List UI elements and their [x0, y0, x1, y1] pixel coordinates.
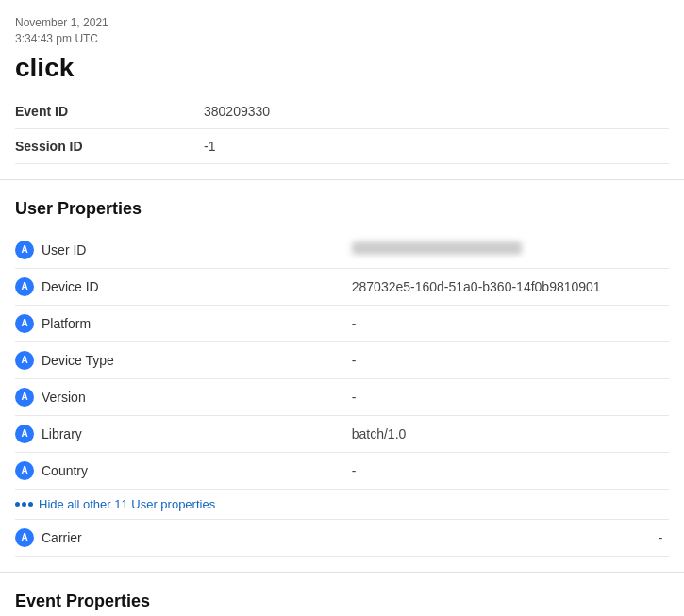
- user-properties-title: User Properties: [15, 199, 669, 219]
- amplitude-icon: A: [15, 528, 34, 547]
- extra-user-properties-table: A Carrier -: [15, 520, 669, 557]
- event-id-row: Event ID 380209330: [15, 94, 669, 129]
- user-id-blurred-value: [352, 241, 522, 255]
- header-section: November 1, 2021 3:34:43 pm UTC click Ev…: [0, 0, 684, 180]
- amplitude-letter: A: [21, 318, 27, 328]
- table-row: A Carrier -: [15, 520, 669, 557]
- table-row: A User ID: [15, 232, 669, 269]
- amplitude-icon: A: [15, 388, 34, 407]
- platform-label: A Platform: [15, 314, 279, 333]
- amplitude-letter: A: [21, 428, 27, 439]
- event-id-label: Event ID: [15, 94, 204, 129]
- session-id-row: Session ID -1: [15, 128, 669, 163]
- event-properties-title: Event Properties: [15, 591, 669, 611]
- amplitude-icon: A: [15, 277, 34, 296]
- library-label: A Library: [15, 425, 279, 443]
- dot: [15, 502, 20, 507]
- device-id-label: A Device ID: [15, 277, 279, 296]
- event-id-value: 380209330: [204, 94, 669, 129]
- event-info-table: Event ID 380209330 Session ID -1: [15, 94, 669, 164]
- timestamp-date: November 1, 2021: [15, 16, 108, 29]
- amplitude-letter: A: [21, 355, 27, 365]
- amplitude-icon: A: [15, 314, 34, 333]
- user-id-value: [352, 232, 669, 269]
- amplitude-icon: A: [15, 461, 34, 480]
- amplitude-letter: A: [21, 281, 27, 291]
- table-row: A Version -: [15, 378, 669, 415]
- dot: [28, 502, 33, 507]
- country-label: A Country: [15, 461, 279, 480]
- session-id-label: Session ID: [15, 128, 204, 163]
- amplitude-letter: A: [21, 465, 27, 475]
- carrier-value: -: [659, 520, 669, 557]
- user-properties-section: User Properties A User ID A: [0, 180, 684, 573]
- amplitude-icon: A: [15, 351, 34, 370]
- amplitude-letter: A: [21, 391, 27, 402]
- hide-link-label: Hide all other 11 User properties: [39, 497, 215, 511]
- amplitude-icon: A: [15, 241, 34, 259]
- session-id-value: -1: [204, 128, 669, 163]
- amplitude-letter: A: [21, 532, 27, 542]
- table-row: A Library batch/1.0: [15, 415, 669, 452]
- event-title: click: [15, 53, 669, 83]
- user-properties-table: A User ID A Device ID 287032e5-160d-51a0…: [15, 232, 669, 490]
- dot: [22, 502, 26, 507]
- event-properties-section: Event Properties path html > body > div#…: [0, 573, 684, 616]
- platform-value: -: [352, 305, 669, 341]
- hide-user-properties-link[interactable]: Hide all other 11 User properties: [15, 490, 669, 520]
- library-value: batch/1.0: [352, 415, 669, 452]
- device-id-value: 287032e5-160d-51a0-b360-14f0b9810901: [352, 268, 669, 305]
- timestamp: November 1, 2021 3:34:43 pm UTC: [15, 15, 669, 47]
- amplitude-icon: A: [15, 425, 34, 443]
- amplitude-letter: A: [21, 244, 27, 255]
- carrier-label: A Carrier: [15, 528, 279, 547]
- country-value: -: [352, 452, 669, 489]
- device-type-value: -: [352, 341, 669, 378]
- device-type-label: A Device Type: [15, 351, 279, 370]
- table-row: A Device Type -: [15, 341, 669, 378]
- version-value: -: [352, 378, 669, 415]
- timestamp-time: 3:34:43 pm UTC: [15, 32, 98, 45]
- table-row: A Platform -: [15, 305, 669, 341]
- table-row: A Device ID 287032e5-160d-51a0-b360-14f0…: [15, 268, 669, 305]
- table-row: A Country -: [15, 452, 669, 489]
- user-id-label: A User ID: [15, 241, 279, 259]
- version-label: A Version: [15, 388, 279, 407]
- dots-icon: [15, 502, 33, 507]
